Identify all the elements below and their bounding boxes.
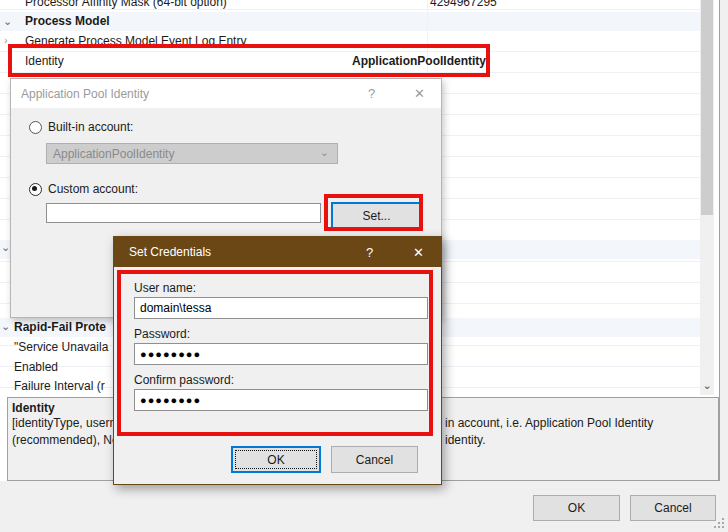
advanced-settings-cancel-button[interactable]: Cancel xyxy=(630,495,716,521)
chevron-down-icon[interactable]: ⌄ xyxy=(3,16,12,26)
description-line1-right: in account, i.e. Application Pool Identi… xyxy=(445,416,653,430)
chevron-down-icon[interactable]: ⌄ xyxy=(1,321,10,331)
advanced-settings-ok-button[interactable]: OK xyxy=(533,495,620,521)
builtin-account-dropdown[interactable]: ApplicationPoolIdentity ⌄ xyxy=(46,143,338,164)
scrollbar-thumb[interactable] xyxy=(701,0,713,215)
close-icon[interactable]: ✕ xyxy=(413,245,424,260)
grid-row-process-model-name[interactable]: Process Model xyxy=(25,14,110,28)
grid-row-enabled-name[interactable]: Enabled xyxy=(14,360,58,374)
chevron-right-icon[interactable]: › xyxy=(4,35,8,45)
description-line2-left: (recommended), Ne xyxy=(12,433,119,447)
dialog-title: Application Pool Identity xyxy=(21,87,149,101)
description-line1-left: [identityType, userna xyxy=(12,416,123,430)
description-line2-right: identity. xyxy=(445,433,485,447)
description-title: Identity xyxy=(12,401,55,415)
password-input[interactable] xyxy=(134,343,428,365)
custom-account-input[interactable] xyxy=(46,203,321,223)
window-right-gutter xyxy=(720,0,728,481)
grid-scrollbar[interactable]: ⌄ xyxy=(700,0,714,395)
help-icon[interactable]: ? xyxy=(366,245,373,260)
password-label: Password: xyxy=(134,327,190,341)
set-button[interactable]: Set... xyxy=(331,202,422,229)
scrollbar-down-icon[interactable]: ⌄ xyxy=(700,378,714,395)
grid-row-generate-event-log-name[interactable]: Generate Process Model Event Log Entry xyxy=(25,34,246,48)
resize-grip-icon[interactable] xyxy=(714,518,726,530)
grid-row-processor-affinity-value[interactable]: 4294967295 xyxy=(430,0,497,9)
custom-account-label: Custom account: xyxy=(48,182,138,196)
builtin-account-label: Built-in account: xyxy=(48,120,133,134)
chevron-down-icon: ⌄ xyxy=(320,146,329,159)
grid-row-failure-interval-name[interactable]: Failure Interval (r xyxy=(14,379,105,393)
grid-row-processor-affinity-name[interactable]: Processor Affinity Mask (64-bit option) xyxy=(25,0,227,9)
set-credentials-dialog: Set Credentials ? ✕ User name: Password:… xyxy=(113,236,442,485)
username-input[interactable] xyxy=(134,297,428,319)
custom-account-radio[interactable] xyxy=(29,183,42,196)
advanced-settings-window: Processor Affinity Mask (64-bit option) … xyxy=(0,0,728,532)
dropdown-selected-value: ApplicationPoolIdentity xyxy=(53,147,174,161)
grid-row-service-unavailable-name[interactable]: "Service Unavaila xyxy=(14,340,108,354)
builtin-account-radio[interactable] xyxy=(29,121,42,134)
username-label: User name: xyxy=(134,281,196,295)
confirm-password-label: Confirm password: xyxy=(134,373,234,387)
grid-row-identity-value[interactable]: ApplicationPoolIdentity xyxy=(352,54,486,68)
grid-row-identity-name[interactable]: Identity xyxy=(25,54,64,68)
credentials-cancel-button[interactable]: Cancel xyxy=(331,446,418,473)
grid-row-rapid-fail-name[interactable]: Rapid-Fail Prote xyxy=(14,320,106,334)
credentials-ok-button[interactable]: OK xyxy=(231,446,321,473)
confirm-password-input[interactable] xyxy=(134,389,428,411)
chevron-down-icon[interactable]: ⌄ xyxy=(1,242,10,252)
dialog-title: Set Credentials xyxy=(129,245,211,259)
close-icon[interactable]: ✕ xyxy=(414,86,425,101)
help-icon[interactable]: ? xyxy=(368,86,375,101)
